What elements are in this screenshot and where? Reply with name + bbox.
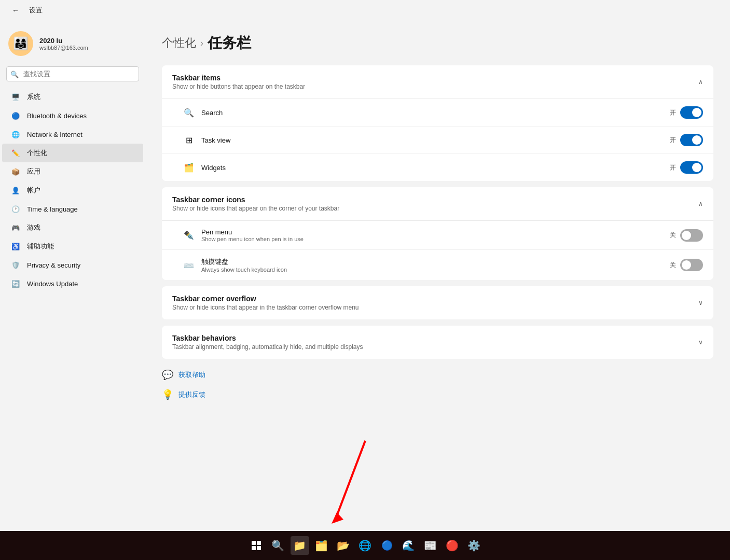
personalization-icon: ✏️ <box>10 148 21 158</box>
section-subtitle-taskbar_corner_overflow: Show or hide icons that appear in the ta… <box>172 304 359 311</box>
sidebar-label-privacy: Privacy & security <box>27 261 135 269</box>
setting-row-widgets: 🗂️Widgets开 <box>162 154 713 181</box>
search-toggle[interactable] <box>680 106 703 119</box>
section-chevron-taskbar_behaviors: ∨ <box>698 339 703 346</box>
section-header-taskbar_corner_icons[interactable]: Taskbar corner iconsShow or hide icons t… <box>162 187 713 221</box>
widgets-title: Widgets <box>201 164 664 172</box>
search-title: Search <box>201 109 664 117</box>
section-taskbar_behaviors: Taskbar behaviorsTaskbar alignment, badg… <box>162 326 713 359</box>
sidebar-item-personalization[interactable]: ✏️个性化 <box>2 144 143 162</box>
section-subtitle-taskbar_corner_icons: Show or hide icons that appear on the co… <box>172 205 339 212</box>
pen_menu-title: Pen menu <box>201 228 664 236</box>
widgets-toggle[interactable] <box>680 161 703 174</box>
sidebar-item-time[interactable]: 🕐Time & language <box>2 200 143 218</box>
section-chevron-taskbar_items: ∧ <box>698 78 703 86</box>
widgets-toggle-label: 开 <box>670 163 676 172</box>
section-header-taskbar_corner_overflow[interactable]: Taskbar corner overflowShow or hide icon… <box>162 286 713 319</box>
search-toggle-label: 开 <box>670 108 676 117</box>
back-button[interactable]: ← <box>8 3 23 18</box>
section-title-taskbar_corner_overflow: Taskbar corner overflow <box>172 295 359 303</box>
touch_keyboard-title: 触摸键盘 <box>201 257 664 267</box>
sidebar-item-system[interactable]: 🖥️系统 <box>2 88 143 106</box>
sidebar-label-gaming: 游戏 <box>27 223 135 232</box>
pen_menu-row-icon: ✒️ <box>183 229 195 242</box>
feedback-row: 💡 提供反馈 <box>162 387 713 402</box>
taskbar-app1[interactable]: 📰 <box>421 536 440 555</box>
touch_keyboard-row-icon: ⌨️ <box>183 259 195 271</box>
section-subtitle-taskbar_behaviors: Taskbar alignment, badging, automaticall… <box>172 343 363 351</box>
task_view-row-icon: ⊞ <box>183 134 195 146</box>
sidebar-item-accounts[interactable]: 👤帐户 <box>2 181 143 200</box>
setting-row-pen_menu: ✒️Pen menuShow pen menu icon when pen is… <box>162 221 713 250</box>
time-icon: 🕐 <box>10 204 21 214</box>
user-email: wslbb87@163.com <box>39 45 88 51</box>
sidebar-label-network: Network & internet <box>27 131 135 138</box>
sidebar-item-network[interactable]: 🌐Network & internet <box>2 125 143 144</box>
touch_keyboard-toggle-label: 关 <box>670 261 676 270</box>
sidebar-label-system: 系统 <box>27 92 135 102</box>
pen_menu-toggle-label: 关 <box>670 231 676 240</box>
taskbar-app2[interactable]: 🔴 <box>443 536 462 555</box>
sections-container: Taskbar itemsShow or hide buttons that a… <box>162 65 713 359</box>
main-layout: 👨‍👩‍👧 2020 lu wslbb87@163.com 🔍 🖥️系统🔵Blu… <box>0 21 730 531</box>
section-title-taskbar_items: Taskbar items <box>172 74 305 82</box>
sidebar-label-accessibility: 辅助功能 <box>27 242 135 251</box>
network-icon: 🌐 <box>10 129 21 139</box>
sidebar-label-apps: 应用 <box>27 167 135 176</box>
sidebar-label-accounts: 帐户 <box>27 186 135 195</box>
section-header-taskbar_behaviors[interactable]: Taskbar behaviorsTaskbar alignment, badg… <box>162 326 713 359</box>
feedback-icon: 💡 <box>162 389 173 400</box>
windows-icon <box>252 541 261 550</box>
apps-icon: 📦 <box>10 166 21 177</box>
sidebar-item-accessibility[interactable]: ♿辅助功能 <box>2 237 143 256</box>
taskbar-browser1[interactable]: 🌐 <box>356 536 375 555</box>
sidebar-item-windows_update[interactable]: 🔄Windows Update <box>2 274 143 293</box>
windows_update-icon: 🔄 <box>10 278 21 289</box>
gaming-icon: 🎮 <box>10 222 21 233</box>
setting-row-touch_keyboard: ⌨️触摸键盘Always show touch keyboard icon关 <box>162 250 713 280</box>
taskbar-widgets[interactable]: 🗂️ <box>312 536 331 555</box>
sidebar-label-time: Time & language <box>27 205 135 213</box>
window-title: 设置 <box>29 6 43 15</box>
search-input[interactable] <box>6 66 139 81</box>
sidebar-label-bluetooth: Bluetooth & devices <box>27 112 135 120</box>
sidebar-item-privacy[interactable]: 🛡️Privacy & security <box>2 256 143 274</box>
breadcrumb-parent: 个性化 <box>162 35 196 51</box>
user-info: 2020 lu wslbb87@163.com <box>39 37 88 51</box>
task_view-toggle[interactable] <box>680 134 703 146</box>
breadcrumb: 个性化 › 任务栏 <box>162 33 713 53</box>
feedback-link[interactable]: 提供反馈 <box>178 390 205 399</box>
avatar: 👨‍👩‍👧 <box>8 31 33 56</box>
taskbar-settings[interactable]: ⚙️ <box>465 536 484 555</box>
taskbar-file-manager[interactable]: 📁 <box>291 536 309 555</box>
pen_menu-subtitle: Show pen menu icon when pen is in use <box>201 236 664 242</box>
accessibility-icon: ♿ <box>10 241 21 251</box>
taskbar-edge[interactable]: 🌊 <box>400 536 418 555</box>
sidebar-item-gaming[interactable]: 🎮游戏 <box>2 218 143 237</box>
section-taskbar_corner_overflow: Taskbar corner overflowShow or hide icon… <box>162 286 713 319</box>
widgets-row-icon: 🗂️ <box>183 161 195 174</box>
get-help-link[interactable]: 获取帮助 <box>178 370 205 380</box>
content-area: 个性化 › 任务栏 Taskbar itemsShow or hide butt… <box>145 21 730 531</box>
section-header-taskbar_items[interactable]: Taskbar itemsShow or hide buttons that a… <box>162 65 713 99</box>
title-bar: ← 设置 <box>0 0 730 21</box>
sidebar-item-apps[interactable]: 📦应用 <box>2 162 143 181</box>
page-title: 任务栏 <box>208 33 251 53</box>
taskbar: 🔍 📁 🗂️ 📂 🌐 🔵 🌊 📰 🔴 ⚙️ <box>0 531 730 560</box>
user-name: 2020 lu <box>39 37 88 45</box>
taskbar-explorer[interactable]: 📂 <box>334 536 353 555</box>
sidebar: 👨‍👩‍👧 2020 lu wslbb87@163.com 🔍 🖥️系统🔵Blu… <box>0 21 145 531</box>
accounts-icon: 👤 <box>10 185 21 195</box>
start-button[interactable] <box>247 536 266 555</box>
pen_menu-toggle[interactable] <box>680 229 703 242</box>
touch_keyboard-toggle[interactable] <box>680 259 703 271</box>
touch_keyboard-subtitle: Always show touch keyboard icon <box>201 267 664 273</box>
taskbar-chrome[interactable]: 🔵 <box>378 536 396 555</box>
privacy-icon: 🛡️ <box>10 260 21 270</box>
help-links: 💬 获取帮助 💡 提供反馈 <box>162 367 713 402</box>
search-box: 🔍 <box>6 66 139 81</box>
bluetooth-icon: 🔵 <box>10 110 21 121</box>
sidebar-item-bluetooth[interactable]: 🔵Bluetooth & devices <box>2 106 143 125</box>
taskbar-search[interactable]: 🔍 <box>269 536 287 555</box>
section-taskbar_items: Taskbar itemsShow or hide buttons that a… <box>162 65 713 181</box>
